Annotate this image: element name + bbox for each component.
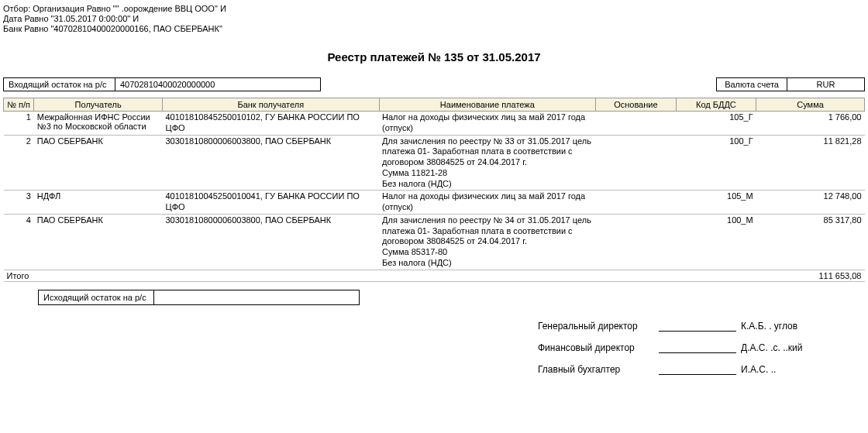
- cell-desc: Налог на доходы физических лиц за май 20…: [379, 191, 596, 215]
- total-row: Итого 111 653,08: [4, 270, 865, 281]
- cell-basis: [596, 191, 677, 215]
- th-bank: Банк получателя: [163, 98, 380, 112]
- cell-desc: Налог на доходы физических лиц за май 20…: [379, 112, 596, 136]
- cell-recipient: Межрайонная ИФНС России №3 по Московской…: [34, 112, 163, 136]
- table-row: 1 Межрайонная ИФНС России №3 по Московск…: [4, 112, 865, 136]
- table-row: 3 НДФЛ 40101810045250010041, ГУ БАНКА РО…: [4, 191, 865, 215]
- total-sum: 111 653,08: [756, 270, 865, 281]
- incoming-balance-value: 40702810400020000000: [115, 77, 321, 91]
- th-sum: Сумма: [756, 98, 865, 112]
- payments-table: № п/п Получатель Банк получателя Наимено…: [3, 98, 865, 282]
- outgoing-balance-value: [154, 290, 360, 305]
- th-recipient: Получатель: [34, 98, 163, 112]
- cell-recipient: НДФЛ: [34, 191, 163, 215]
- signature-line: [659, 364, 736, 375]
- signature-name: И.А.С. ..: [741, 364, 818, 375]
- cell-sum: 1 766,00: [756, 112, 865, 136]
- th-desc: Наименование платежа: [379, 98, 596, 112]
- cell-bank: 40101810845250010102, ГУ БАНКА РОССИИ ПО…: [163, 112, 380, 136]
- cell-desc: Для зачисления по реестру № 34 от 31.05.…: [379, 214, 596, 270]
- cell-sum: 85 317,80: [756, 214, 865, 270]
- cell-bank: 30301810800006003800, ПАО СБЕРБАНК: [163, 135, 380, 191]
- signature-name: Д.А.С. .с. ..кий: [741, 342, 818, 353]
- outgoing-balance-label: Исходящий остаток на р/с: [38, 290, 154, 305]
- cell-code: 100_Г: [676, 135, 756, 191]
- signature-row: Финансовый директор Д.А.С. .с. ..кий: [538, 342, 865, 353]
- signature-row: Генеральный директор К.А.Б. . углов: [538, 321, 865, 332]
- currency-value: RUR: [787, 77, 865, 91]
- page-title: Реестр платежей № 135 от 31.05.2017: [3, 50, 865, 64]
- cell-no: 3: [4, 191, 34, 215]
- cell-no: 1: [4, 112, 34, 136]
- signature-row: Главный бухгалтер И.А.С. ..: [538, 364, 865, 375]
- cell-code: 105_М: [676, 191, 756, 215]
- cell-no: 4: [4, 214, 34, 270]
- table-row: 2 ПАО СБЕРБАНК 30301810800006003800, ПАО…: [4, 135, 865, 191]
- cell-recipient: ПАО СБЕРБАНК: [34, 214, 163, 270]
- cell-bank: 30301810800006003800, ПАО СБЕРБАНК: [163, 214, 380, 270]
- balance-row: Входящий остаток на р/с 4070281040002000…: [3, 77, 865, 91]
- cell-code: 100_М: [676, 214, 756, 270]
- outgoing-balance-row: Исходящий остаток на р/с: [38, 290, 865, 305]
- th-no: № п/п: [4, 98, 34, 112]
- cell-bank: 40101810045250010041, ГУ БАНКА РОССИИ ПО…: [163, 191, 380, 215]
- table-row: 4 ПАО СБЕРБАНК 30301810800006003800, ПАО…: [4, 214, 865, 270]
- signature-title: Главный бухгалтер: [538, 364, 654, 375]
- cell-basis: [596, 214, 677, 270]
- th-code: Код БДДС: [676, 98, 756, 112]
- cell-code: 105_Г: [676, 112, 756, 136]
- incoming-balance-label: Входящий остаток на р/с: [3, 77, 115, 91]
- signature-line: [659, 321, 736, 332]
- cell-basis: [596, 135, 677, 191]
- signature-line: [659, 342, 736, 353]
- cell-sum: 11 821,28: [756, 135, 865, 191]
- filter-line-1: Отбор: Организация Равно "" .оорождение …: [3, 4, 865, 13]
- filter-line-2: Дата Равно "31.05.2017 0:00:00" И: [3, 14, 865, 23]
- cell-recipient: ПАО СБЕРБАНК: [34, 135, 163, 191]
- currency-label: Валюта счета: [716, 77, 787, 91]
- filter-line-3: Банк Равно "40702810400020000166, ПАО СБ…: [3, 24, 865, 33]
- cell-sum: 12 748,00: [756, 191, 865, 215]
- signature-title: Финансовый директор: [538, 342, 654, 353]
- total-label: Итого: [4, 270, 756, 281]
- th-basis: Основание: [596, 98, 677, 112]
- signatures-block: Генеральный директор К.А.Б. . углов Фина…: [538, 321, 865, 375]
- cell-no: 2: [4, 135, 34, 191]
- cell-desc: Для зачисления по реестру № 33 от 31.05.…: [379, 135, 596, 191]
- signature-title: Генеральный директор: [538, 321, 654, 332]
- table-header-row: № п/п Получатель Банк получателя Наимено…: [4, 98, 865, 112]
- cell-basis: [596, 112, 677, 136]
- signature-name: К.А.Б. . углов: [741, 321, 818, 332]
